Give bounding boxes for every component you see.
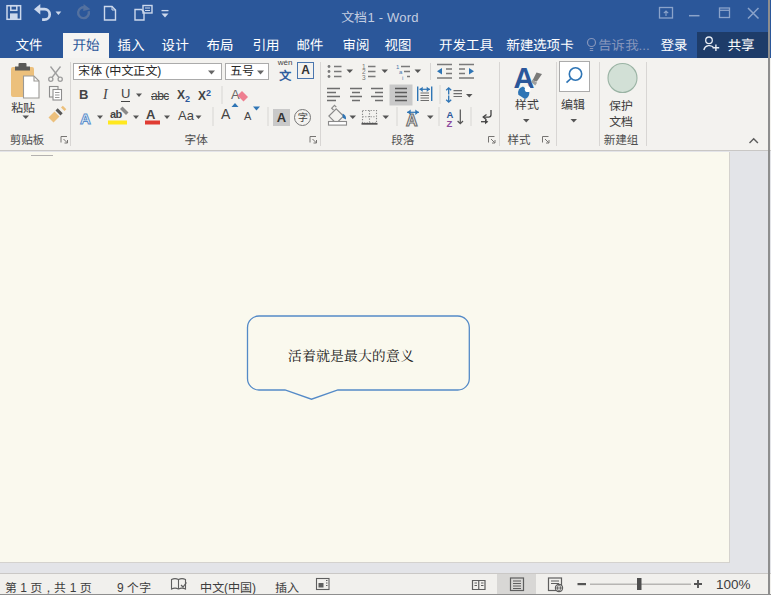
svg-text:i: i (402, 75, 403, 81)
svg-text:A: A (406, 112, 418, 129)
svg-text:Z: Z (447, 118, 453, 129)
svg-text:A: A (80, 110, 91, 127)
svg-text:3: 3 (362, 74, 366, 81)
